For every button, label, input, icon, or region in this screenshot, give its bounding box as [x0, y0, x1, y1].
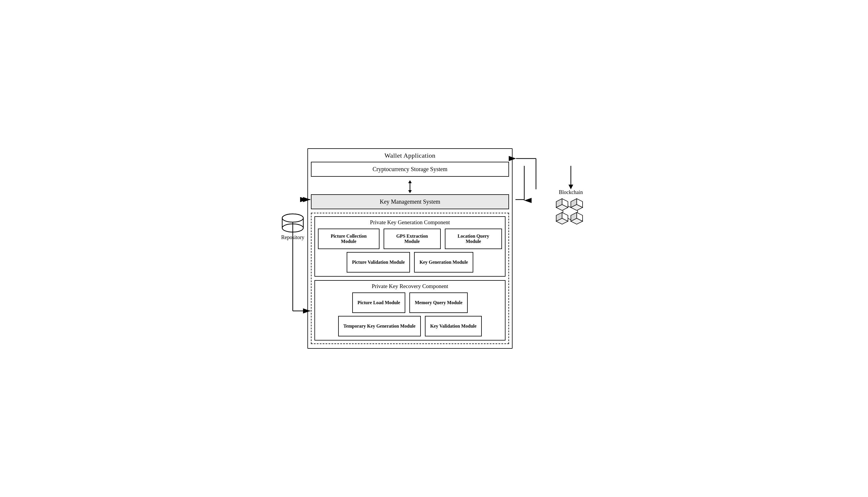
picture-load-module: Picture Load Module	[352, 293, 405, 313]
double-arrow-svg	[405, 180, 414, 193]
gen-component-box: Private Key Generation Component Picture…	[314, 216, 506, 276]
blockchain-label: Blockchain	[559, 189, 583, 196]
picture-collection-module: Picture Collection Module	[318, 229, 380, 249]
key-validation-module: Key Validation Module	[425, 316, 482, 337]
diagram-outer: Repository Wallet Application Cryptocurr…	[281, 148, 587, 349]
key-generation-module: Key Generation Module	[414, 252, 473, 272]
memory-query-module: Memory Query Module	[409, 293, 468, 313]
double-arrow-area	[311, 180, 509, 193]
svg-marker-8	[408, 180, 412, 183]
wallet-app-area: Wallet Application Cryptocurrency Storag…	[308, 148, 551, 349]
location-query-module: Location Query Module	[445, 229, 502, 249]
key-mgmt-label: Key Management System	[380, 198, 440, 205]
recovery-component-label: Private Key Recovery Component	[318, 283, 502, 289]
gen-modules-row-2: Picture Validation Module Key Generation…	[318, 252, 502, 272]
blockchain-panel: Blockchain	[555, 166, 587, 227]
repository-panel: Repository	[281, 213, 304, 241]
wallet-app-box: Wallet Application Cryptocurrency Storag…	[308, 148, 513, 349]
gps-extraction-module: GPS Extraction Module	[384, 229, 441, 249]
svg-point-5	[282, 214, 303, 222]
blockchain-arrow-svg	[567, 166, 575, 189]
blockchain-icon	[555, 197, 587, 227]
picture-validation-module: Picture Validation Module	[347, 252, 410, 272]
temporary-key-gen-module: Temporary Key Generation Module	[338, 316, 421, 337]
repository-icon	[281, 213, 304, 233]
crypto-storage-box: Cryptocurrency Storage System	[311, 162, 509, 177]
recovery-modules-row-2: Temporary Key Generation Module Key Vali…	[318, 316, 502, 337]
svg-point-4	[282, 224, 303, 232]
gen-component-label: Private Key Generation Component	[318, 219, 502, 226]
svg-marker-10	[569, 185, 573, 189]
blockchain-arrow-area	[567, 166, 575, 189]
svg-marker-7	[408, 190, 412, 193]
svg-line-23	[568, 206, 571, 208]
gen-modules-row-1: Picture Collection Module GPS Extraction…	[318, 229, 502, 249]
recovery-modules-row-1: Picture Load Module Memory Query Module	[318, 293, 502, 313]
repository-label: Repository	[281, 235, 304, 241]
recovery-component-box: Private Key Recovery Component Picture L…	[314, 280, 506, 341]
dashed-container: Private Key Generation Component Picture…	[311, 213, 509, 344]
svg-line-24	[568, 218, 571, 220]
crypto-storage-label: Cryptocurrency Storage System	[372, 166, 447, 172]
key-mgmt-box: Key Management System	[311, 194, 509, 209]
wallet-app-title: Wallet Application	[311, 152, 509, 159]
